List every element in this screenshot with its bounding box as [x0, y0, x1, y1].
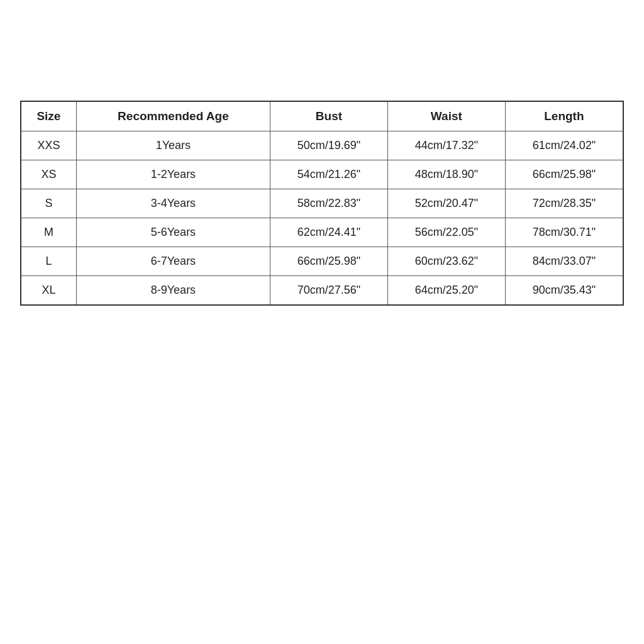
cell-age: 1-2Years [76, 160, 270, 189]
cell-length: 61cm/24.02" [505, 131, 623, 160]
cell-waist: 64cm/25.20" [387, 276, 505, 306]
cell-age: 3-4Years [76, 189, 270, 218]
cell-bust: 62cm/24.41" [270, 218, 388, 247]
cell-waist: 52cm/20.47" [387, 189, 505, 218]
header-size: Size [21, 101, 76, 131]
table-row: M5-6Years62cm/24.41"56cm/22.05"78cm/30.7… [21, 218, 623, 247]
cell-size: S [21, 189, 76, 218]
size-chart-container: Size Recommended Age Bust Waist Length X… [20, 101, 624, 306]
table-row: L6-7Years66cm/25.98"60cm/23.62"84cm/33.0… [21, 247, 623, 276]
table-row: XXS1Years50cm/19.69"44cm/17.32"61cm/24.0… [21, 131, 623, 160]
cell-bust: 58cm/22.83" [270, 189, 388, 218]
cell-bust: 66cm/25.98" [270, 247, 388, 276]
cell-length: 72cm/28.35" [505, 189, 623, 218]
cell-waist: 56cm/22.05" [387, 218, 505, 247]
cell-length: 90cm/35.43" [505, 276, 623, 306]
cell-length: 66cm/25.98" [505, 160, 623, 189]
cell-bust: 70cm/27.56" [270, 276, 388, 306]
cell-waist: 60cm/23.62" [387, 247, 505, 276]
cell-size: XXS [21, 131, 76, 160]
table-row: XL8-9Years70cm/27.56"64cm/25.20"90cm/35.… [21, 276, 623, 306]
cell-length: 84cm/33.07" [505, 247, 623, 276]
cell-age: 5-6Years [76, 218, 270, 247]
header-bust: Bust [270, 101, 388, 131]
table-header-row: Size Recommended Age Bust Waist Length [21, 101, 623, 131]
cell-age: 8-9Years [76, 276, 270, 306]
cell-age: 6-7Years [76, 247, 270, 276]
cell-age: 1Years [76, 131, 270, 160]
header-length: Length [505, 101, 623, 131]
cell-waist: 48cm/18.90" [387, 160, 505, 189]
cell-size: L [21, 247, 76, 276]
size-chart-table: Size Recommended Age Bust Waist Length X… [20, 101, 624, 306]
cell-bust: 54cm/21.26" [270, 160, 388, 189]
cell-size: XS [21, 160, 76, 189]
header-recommended-age: Recommended Age [76, 101, 270, 131]
cell-size: M [21, 218, 76, 247]
cell-size: XL [21, 276, 76, 306]
cell-bust: 50cm/19.69" [270, 131, 388, 160]
table-row: XS1-2Years54cm/21.26"48cm/18.90"66cm/25.… [21, 160, 623, 189]
cell-waist: 44cm/17.32" [387, 131, 505, 160]
table-row: S3-4Years58cm/22.83"52cm/20.47"72cm/28.3… [21, 189, 623, 218]
cell-length: 78cm/30.71" [505, 218, 623, 247]
header-waist: Waist [387, 101, 505, 131]
